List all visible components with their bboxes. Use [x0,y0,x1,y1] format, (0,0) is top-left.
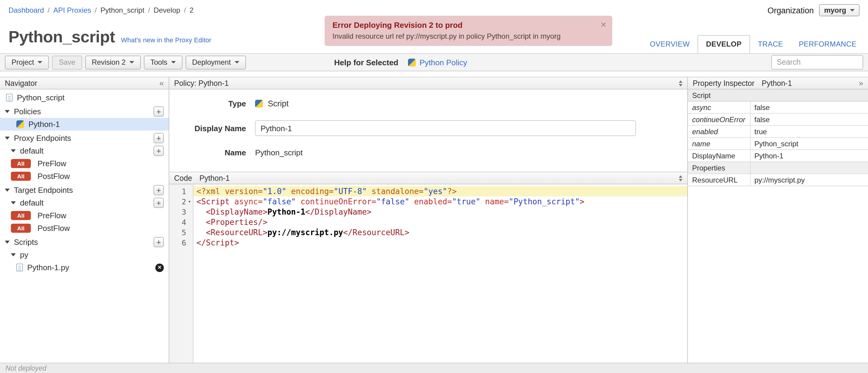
code-line[interactable]: <Properties/> [193,217,687,227]
chevron-expanded-icon [11,253,16,259]
property-inspector-header: Property Inspector Python-1 » [688,77,868,90]
property-name: ResourceURL [688,174,751,186]
revision-button-label: Revision 2 [92,58,125,66]
deployment-button-label: Deployment [192,58,231,66]
property-value[interactable]: true [751,126,868,137]
close-icon[interactable]: × [600,20,606,30]
line-number: 1 [169,186,193,196]
collapse-panel-icon[interactable] [679,78,682,88]
deployment-status: Not deployed [5,365,46,372]
tab-performance[interactable]: PERFORMANCE [791,36,864,53]
policy-header: Policy: Python-1 [169,77,687,90]
nav-section-proxy-endpoints[interactable]: Proxy Endpoints + [0,132,168,145]
organization-value: myorg [824,6,846,14]
add-script-button[interactable]: + [154,237,164,247]
nav-item-proxy-postflow[interactable]: All PostFlow [0,170,168,183]
type-row: Type Script [169,99,687,108]
add-flow-button[interactable]: + [154,146,164,156]
project-button[interactable]: Project [5,55,49,69]
add-proxy-endpoint-button[interactable]: + [154,133,164,143]
tab-develop[interactable]: DEVELOP [698,35,750,53]
property-name: Properties [688,162,751,174]
line-number: 6 [169,238,193,248]
error-banner: Error Deploying Revision 2 to prod Inval… [324,16,612,46]
nav-item-target-preflow[interactable]: All PreFlow [0,209,168,222]
display-name-label: Display Name [169,124,255,133]
nav-item-proxy-root[interactable]: Python_script [0,91,168,104]
python-icon [408,58,416,66]
code-editor[interactable]: 12▾3456 <?xml version="1.0" encoding="UT… [169,184,687,363]
type-label: Type [169,99,255,108]
nav-item-label: PostFlow [37,224,70,233]
property-value[interactable]: Python_script [751,138,868,149]
property-value[interactable]: py://myscript.py [751,174,868,186]
collapse-navigator-icon[interactable]: « [160,79,164,87]
title-row: Python_script What's new in the Proxy Ed… [8,28,211,46]
python-policy-link[interactable]: Python Policy [408,58,467,67]
nav-item-target-postflow[interactable]: All PostFlow [0,222,168,235]
collapse-code-icon[interactable] [679,173,682,183]
save-button[interactable]: Save [52,55,82,69]
breadcrumb-link[interactable]: API Proxies [53,6,91,14]
code-line[interactable]: <DisplayName>Python-1</DisplayName> [193,207,687,217]
property-row: ResourceURLpy://myscript.py [688,174,868,186]
revision-button[interactable]: Revision 2 [85,55,141,69]
property-row: namePython_script [688,138,868,150]
nav-item-label: PreFlow [37,211,66,220]
property-value[interactable]: false [751,114,868,125]
add-flow-button[interactable]: + [154,198,164,208]
nav-item-label: Python_script [17,93,65,102]
property-inspector-pane: Property Inspector Python-1 » Script asy… [687,77,868,363]
tabs: OVERVIEWDEVELOPTRACEPERFORMANCE [642,35,864,53]
add-policy-button[interactable]: + [154,106,164,117]
nav-item-label: PostFlow [37,172,70,181]
property-value[interactable]: false [751,101,868,113]
error-title: Error Deploying Revision 2 to prod [333,21,594,30]
main-area: Navigator « Python_script Policies + Pyt… [0,71,868,363]
name-label: Name [169,148,255,157]
whats-new-link[interactable]: What's new in the Proxy Editor [121,36,211,43]
tools-button[interactable]: Tools [144,55,183,69]
delete-script-icon[interactable]: ✕ [155,263,164,272]
nav-item-policy-python-1[interactable]: Python-1 [0,118,168,131]
policy-form: Type Script Display Name Name Python_scr… [169,90,687,172]
code-line[interactable]: <ResourceURL>py://myscript.py</ResourceU… [193,227,687,238]
code-header-file: Python-1 [199,174,230,182]
tab-trace[interactable]: TRACE [750,36,791,53]
help-for-selected-label: Help for Selected [334,58,398,67]
nav-item-proxy-preflow[interactable]: All PreFlow [0,157,168,170]
chevron-down-icon [235,61,239,66]
line-number: 3 [169,207,193,217]
line-number: 4 [169,217,193,227]
code-line[interactable]: <Script async="false" continueOnError="f… [193,196,687,207]
name-value: Python_script [255,148,303,157]
nav-item-script-file[interactable]: Python-1.py ✕ [0,261,168,274]
code-line[interactable]: </Script> [193,238,687,248]
collapse-inspector-icon[interactable]: » [859,79,863,87]
code-lines[interactable]: <?xml version="1.0" encoding="UTF-8" sta… [193,184,687,363]
property-row: asyncfalse [688,101,868,114]
nav-item-proxy-default[interactable]: default + [0,145,168,157]
policy-editor-pane: Policy: Python-1 Type Script Display Nam… [169,77,687,363]
deployment-button[interactable]: Deployment [186,55,246,69]
type-value: Script [255,99,289,108]
nav-item-scripts-py-group[interactable]: py [0,248,168,261]
navigator-tree: Python_script Policies + Python-1 Proxy … [0,90,168,363]
chevron-expanded-icon [5,110,10,116]
nav-section-target-endpoints[interactable]: Target Endpoints + [0,184,168,196]
property-value[interactable] [751,162,868,174]
nav-section-policies[interactable]: Policies + [0,105,168,118]
fold-icon[interactable]: ▾ [186,199,193,204]
nav-item-target-default[interactable]: default + [0,196,168,209]
add-target-endpoint-button[interactable]: + [154,185,164,195]
policy-header-title: Policy: Python-1 [174,79,229,87]
nav-section-scripts[interactable]: Scripts + [0,236,168,248]
display-name-input[interactable] [255,120,636,136]
organization-select[interactable]: myorg [819,4,860,16]
property-value[interactable]: Python-1 [751,150,868,161]
search-input[interactable] [771,55,863,69]
tab-overview[interactable]: OVERVIEW [642,36,698,53]
breadcrumb-link[interactable]: Dashboard [8,6,44,14]
code-line[interactable]: <?xml version="1.0" encoding="UTF-8" sta… [193,186,687,196]
line-number: 5 [169,227,193,238]
